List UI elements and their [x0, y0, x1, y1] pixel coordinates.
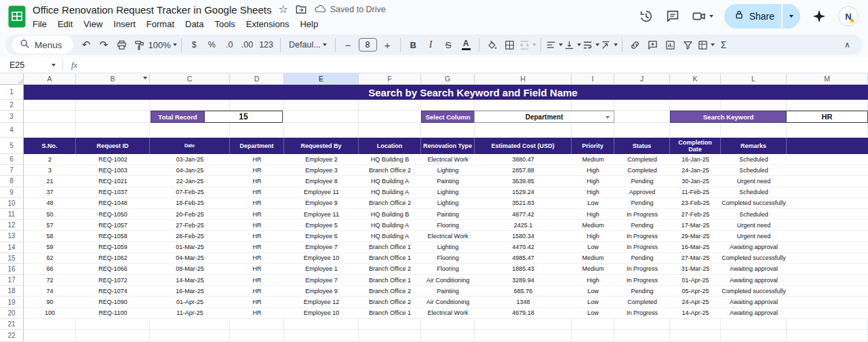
- grid-cell[interactable]: [24, 319, 76, 330]
- table-cell[interactable]: 4877.42: [475, 209, 572, 220]
- table-cell[interactable]: 4985.47: [475, 253, 572, 264]
- table-cell[interactable]: [787, 308, 868, 319]
- table-cell[interactable]: HQ Building A: [359, 187, 421, 198]
- grid-cell[interactable]: [24, 330, 76, 342]
- table-cell[interactable]: 16-Mar-25: [150, 286, 230, 297]
- table-cell[interactable]: 11-Apr-25: [150, 308, 230, 319]
- table-cell[interactable]: High: [572, 209, 614, 220]
- table-cell[interactable]: Flooring: [421, 220, 475, 231]
- row-header-10[interactable]: 10: [0, 198, 24, 209]
- table-cell[interactable]: In Progress: [614, 275, 670, 286]
- grid-cell[interactable]: [614, 111, 670, 123]
- column-header-K[interactable]: K: [670, 73, 721, 85]
- table-cell[interactable]: HR: [230, 220, 284, 231]
- grid-cell[interactable]: [421, 330, 475, 342]
- formula-input[interactable]: [77, 57, 868, 73]
- table-cell[interactable]: 37: [24, 187, 76, 198]
- grid-cell[interactable]: [670, 330, 721, 342]
- table-cell[interactable]: Low: [572, 198, 614, 209]
- grid-cell[interactable]: [614, 319, 670, 330]
- table-cell[interactable]: Urgent need: [721, 176, 787, 187]
- table-cell[interactable]: REQ-1090: [76, 297, 150, 307]
- table-header-cell[interactable]: Estimated Cost (USD): [475, 138, 572, 154]
- table-cell[interactable]: Lighting: [421, 198, 475, 209]
- row-header-1[interactable]: 1: [0, 85, 24, 100]
- column-header-M[interactable]: M: [787, 73, 868, 85]
- table-cell[interactable]: Employee 10: [284, 308, 359, 319]
- table-cell[interactable]: REQ-1048: [76, 198, 150, 209]
- grid-cell[interactable]: [284, 123, 359, 138]
- grid-cell[interactable]: [150, 100, 230, 111]
- menu-view[interactable]: View: [78, 18, 108, 30]
- table-cell[interactable]: Low: [572, 297, 614, 307]
- select-column-label[interactable]: Select Column: [421, 111, 475, 123]
- column-header-E[interactable]: E: [284, 73, 359, 85]
- table-cell[interactable]: High: [572, 231, 614, 242]
- grid-cell[interactable]: [421, 319, 475, 330]
- grid-cell[interactable]: [721, 123, 787, 138]
- table-views-button[interactable]: [697, 37, 715, 53]
- grid-cell[interactable]: [76, 111, 150, 123]
- decrease-font-size-button[interactable]: −: [340, 37, 357, 53]
- row-header-4[interactable]: 4: [0, 123, 24, 138]
- table-cell[interactable]: 90: [24, 297, 76, 307]
- table-cell[interactable]: 2857.88: [475, 165, 572, 176]
- table-header-cell[interactable]: Date: [150, 138, 230, 154]
- table-cell[interactable]: 30-Jan-25: [670, 176, 721, 187]
- grid-cell[interactable]: [787, 123, 868, 138]
- table-cell[interactable]: 27-Mar-25: [670, 253, 721, 264]
- table-cell[interactable]: Pending: [614, 176, 670, 187]
- table-cell[interactable]: [787, 231, 868, 242]
- table-cell[interactable]: 18-Feb-25: [150, 198, 230, 209]
- grid-cell[interactable]: [787, 319, 868, 330]
- table-cell[interactable]: High: [572, 165, 614, 176]
- table-cell[interactable]: Employee 11: [284, 209, 359, 220]
- table-cell[interactable]: 1580.34: [475, 231, 572, 242]
- grid-cell[interactable]: [614, 330, 670, 342]
- table-header-cell[interactable]: Requested By: [284, 138, 359, 154]
- table-cell[interactable]: In Progress: [614, 242, 670, 253]
- table-cell[interactable]: Painting: [421, 209, 475, 220]
- table-cell[interactable]: 24-Apr-25: [670, 297, 721, 307]
- grid-cell[interactable]: [572, 123, 614, 138]
- table-cell[interactable]: High: [572, 176, 614, 187]
- menu-help[interactable]: Help: [294, 18, 323, 30]
- table-cell[interactable]: Urgent need: [721, 231, 787, 242]
- save-status[interactable]: Saved to Drive: [314, 3, 386, 17]
- table-cell[interactable]: Low: [572, 286, 614, 297]
- grid-cell[interactable]: [230, 319, 284, 330]
- insert-chart-button[interactable]: [662, 37, 679, 53]
- table-cell[interactable]: 62: [24, 253, 76, 264]
- table-cell[interactable]: 27-Feb-25: [150, 220, 230, 231]
- row-header-2[interactable]: 2: [0, 100, 24, 111]
- table-cell[interactable]: 685.76: [475, 286, 572, 297]
- table-cell[interactable]: Employee 7: [284, 242, 359, 253]
- table-cell[interactable]: HQ Building A: [359, 176, 421, 187]
- table-cell[interactable]: 3880.47: [475, 154, 572, 165]
- column-header-G[interactable]: G: [421, 73, 475, 85]
- search-keyword-value[interactable]: HR: [786, 111, 868, 123]
- row-header-18[interactable]: 18: [0, 286, 24, 297]
- table-cell[interactable]: REQ-1100: [76, 308, 150, 319]
- table-cell[interactable]: Awaiting approval: [721, 297, 787, 307]
- table-cell[interactable]: Employee 5: [284, 220, 359, 231]
- column-header-D[interactable]: D: [230, 73, 284, 85]
- share-dropdown[interactable]: [781, 4, 800, 28]
- table-cell[interactable]: Medium: [572, 154, 614, 165]
- table-cell[interactable]: Lighting: [421, 242, 475, 253]
- decrease-decimals-button[interactable]: .0: [221, 37, 238, 53]
- grid-cell[interactable]: [76, 330, 150, 342]
- row-header-21[interactable]: 21: [0, 319, 24, 330]
- column-header-A[interactable]: A: [24, 73, 76, 85]
- menu-extensions[interactable]: Extensions: [241, 18, 295, 30]
- table-header-cell[interactable]: Remarks: [721, 138, 787, 154]
- grid-cell[interactable]: [284, 111, 359, 123]
- table-cell[interactable]: Employee 10: [284, 253, 359, 264]
- table-cell[interactable]: 4679.18: [475, 308, 572, 319]
- grid-cell[interactable]: [670, 123, 721, 138]
- grid-cell[interactable]: [359, 330, 421, 342]
- table-cell[interactable]: 04-Jan-25: [150, 165, 230, 176]
- grid-cell[interactable]: [76, 100, 150, 111]
- table-cell[interactable]: REQ-1066: [76, 264, 150, 275]
- row-header-11[interactable]: 11: [0, 209, 24, 220]
